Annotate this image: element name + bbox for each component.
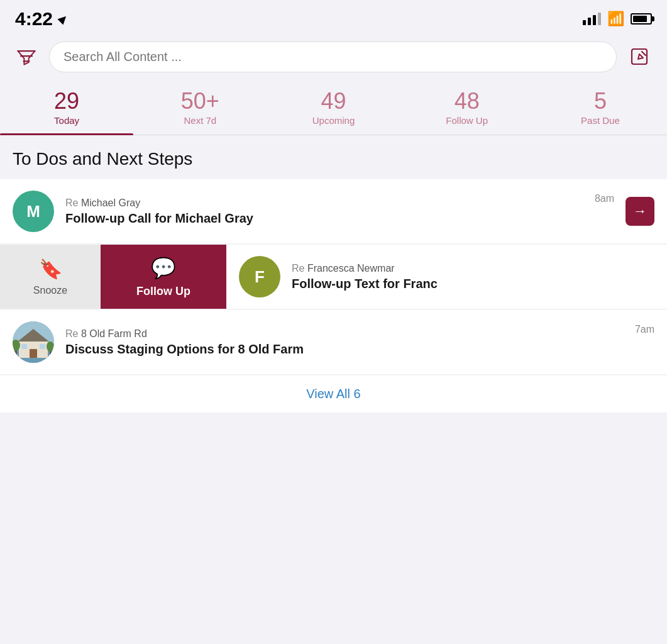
edit-icon (628, 45, 652, 69)
tab-followup[interactable]: 48 Follow Up (400, 82, 534, 135)
svg-rect-6 (30, 349, 37, 358)
filter-button[interactable] (13, 43, 40, 71)
list-items: M Re Michael Gray Follow-up Call for Mic… (0, 179, 667, 374)
status-bar: 4:22 ▲ 📶 (0, 0, 667, 35)
tab-followup-number: 48 (455, 90, 480, 113)
tab-next7d[interactable]: 50+ Next 7d (133, 82, 267, 135)
tab-upcoming-number: 49 (321, 90, 346, 113)
item-title-1: Follow-up Call for Michael Gray (65, 211, 583, 226)
tab-followup-label: Follow Up (446, 115, 488, 126)
house-image (13, 321, 54, 363)
list-item-wrapper-2: 🔖 Snooze 💬 Follow Up F Re Francesca Newm… (0, 245, 667, 309)
tab-upcoming[interactable]: 49 Upcoming (267, 82, 400, 135)
tab-pastdue[interactable]: 5 Past Due (534, 82, 667, 135)
svg-point-12 (47, 341, 54, 352)
item-content-2: Re Francesca Newmar Follow-up Text for F… (292, 263, 667, 291)
chat-bubble-icon: 💬 (151, 256, 176, 280)
tabs-container: 29 Today 50+ Next 7d 49 Upcoming 48 Foll… (0, 82, 667, 135)
item-time-1: 8am (595, 193, 614, 204)
time-display: 4:22 (15, 8, 53, 30)
swipe-actions-2: 🔖 Snooze 💬 Follow Up (0, 245, 226, 309)
list-item-3[interactable]: Re 8 Old Farm Rd Discuss Staging Options… (0, 310, 667, 374)
tab-next7d-number: 50+ (181, 90, 219, 113)
avatar-8-old-farm (13, 321, 54, 363)
view-all-link[interactable]: View All 6 (306, 387, 360, 401)
battery-icon (631, 13, 652, 25)
list-item-2[interactable]: F Re Francesca Newmar Follow-up Text for… (226, 245, 667, 309)
item-re-1: Re Michael Gray (65, 197, 583, 209)
item-re-3: Re 8 Old Farm Rd (65, 328, 624, 340)
item-time-3: 7am (635, 324, 654, 335)
tab-next7d-label: Next 7d (184, 115, 216, 126)
swipe-snooze-button[interactable]: 🔖 Snooze (0, 245, 101, 309)
tab-pastdue-number: 5 (594, 90, 607, 113)
avatar-michael-gray: M (13, 191, 54, 232)
avatar-francesca-newmar: F (239, 256, 280, 297)
item-title-3: Discuss Staging Options for 8 Old Farm (65, 342, 624, 357)
item-content-1: Re Michael Gray Follow-up Call for Micha… (65, 197, 583, 226)
tab-today-number: 29 (54, 90, 79, 113)
edit-button[interactable] (626, 43, 654, 72)
tab-today[interactable]: 29 Today (0, 82, 133, 135)
svg-rect-8 (40, 344, 45, 349)
location-arrow-icon: ▲ (53, 8, 74, 30)
svg-rect-7 (21, 344, 27, 349)
item-title-2: Follow-up Text for Franc (292, 277, 667, 291)
swipe-followup-button[interactable]: 💬 Follow Up (101, 245, 226, 309)
list-item-wrapper-1: M Re Michael Gray Follow-up Call for Mic… (0, 179, 667, 243)
filter-icon (15, 46, 38, 69)
item-content-3: Re 8 Old Farm Rd Discuss Staging Options… (65, 328, 624, 357)
item-re-2: Re Francesca Newmar (292, 263, 667, 274)
list-item-1[interactable]: M Re Michael Gray Follow-up Call for Mic… (0, 179, 667, 243)
view-all-row: View All 6 (0, 375, 667, 413)
tab-today-label: Today (54, 115, 79, 126)
toolbar (0, 35, 667, 82)
status-icons: 📶 (583, 11, 652, 27)
item-arrow-button-1[interactable]: → (626, 197, 654, 226)
section-title: To Dos and Next Steps (0, 135, 667, 179)
tab-upcoming-label: Upcoming (312, 115, 355, 126)
status-time: 4:22 ▲ (15, 8, 70, 30)
search-input[interactable] (49, 42, 617, 72)
tab-pastdue-label: Past Due (581, 115, 620, 126)
wifi-icon: 📶 (607, 11, 624, 27)
list-item-wrapper-3: Re 8 Old Farm Rd Discuss Staging Options… (0, 310, 667, 374)
bookmark-icon: 🔖 (39, 258, 62, 280)
signal-bars-icon (583, 13, 601, 25)
